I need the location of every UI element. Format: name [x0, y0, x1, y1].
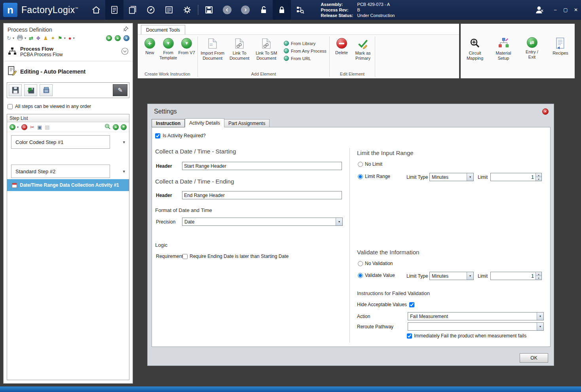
action-select[interactable]: Fail Measurement ▾	[408, 312, 544, 320]
pin-icon[interactable]	[123, 26, 129, 33]
record-icon[interactable]: ●	[115, 35, 121, 41]
lock-icon[interactable]	[273, 0, 291, 20]
from-library-button[interactable]: From Library	[284, 41, 327, 46]
spin-down-icon[interactable]: ▾	[536, 276, 541, 280]
tab-instruction[interactable]: Instruction	[152, 119, 185, 127]
collapse-circle-icon[interactable]	[121, 47, 129, 56]
flag-dropdown-icon[interactable]: ▾	[64, 36, 66, 40]
start-header-input[interactable]	[182, 162, 342, 170]
remove-step-icon[interactable]: –	[21, 124, 27, 130]
badge-icon[interactable]: ❖	[36, 35, 41, 41]
reports-icon[interactable]	[160, 0, 178, 20]
link-to-sm-document-button[interactable]: Link To SM Document	[254, 38, 279, 61]
immediate-fail-checkbox[interactable]	[407, 333, 412, 339]
step-item[interactable]: Standard Step #2	[11, 165, 110, 178]
ok-button[interactable]: OK	[520, 353, 548, 363]
undo-icon[interactable]: ↻	[7, 35, 11, 41]
entry-exit-button[interactable]: ⇄ Entry / Exit	[522, 37, 542, 60]
minimize-button[interactable]: –	[550, 0, 560, 20]
navigator-icon[interactable]	[142, 0, 160, 20]
no-limit-radio[interactable]	[358, 162, 363, 167]
spin-down-icon[interactable]: ▾	[536, 177, 541, 181]
status-icon[interactable]: ●	[68, 35, 72, 41]
add-step-dropdown-icon[interactable]: ▾	[17, 125, 19, 129]
material-setup-button[interactable]: Material Setup	[493, 37, 514, 61]
validate-value-radio[interactable]	[358, 273, 363, 278]
precision-select[interactable]: Date ▾	[182, 218, 343, 226]
spin-up-icon[interactable]: ▴	[536, 173, 541, 177]
end-header-input[interactable]	[182, 191, 342, 199]
logout-user-icon[interactable]	[529, 0, 550, 20]
play-icon[interactable]: ➤	[106, 35, 112, 41]
step-chevron-icon[interactable]: ▾	[123, 169, 125, 174]
hide-values-checkbox[interactable]	[409, 302, 414, 307]
from-url-button[interactable]: From URL	[284, 56, 327, 61]
tab-part-assignments[interactable]: Part Assignments	[224, 119, 270, 127]
material-setup-icon	[497, 37, 509, 49]
user-icon[interactable]: ♟	[44, 35, 48, 41]
close-button[interactable]: ✕	[571, 0, 581, 20]
maximize-button[interactable]: ▢	[560, 0, 571, 20]
spin-up-icon[interactable]: ▴	[536, 272, 541, 276]
process-definition-icon[interactable]	[105, 0, 123, 20]
no-validation-radio[interactable]	[358, 261, 363, 266]
unlock-icon[interactable]	[254, 0, 273, 20]
limit-type-select[interactable]: Minutes ▾	[429, 173, 474, 181]
link-to-document-button[interactable]: Link To Document	[227, 38, 252, 61]
paste-icon[interactable]: ▤	[45, 124, 49, 130]
chevron-down-icon: ▾	[467, 272, 473, 280]
add-step-icon[interactable]: +	[9, 124, 15, 130]
view-order-checkbox[interactable]	[8, 104, 13, 109]
delete-button[interactable]: Delete	[332, 38, 351, 55]
mark-as-primary-button[interactable]: Mark as Primary	[353, 38, 373, 61]
print-dropdown-icon[interactable]: ▾	[25, 36, 26, 40]
pause-icon[interactable]: ‖	[123, 35, 129, 41]
step-chevron-icon[interactable]: ▾	[123, 140, 125, 145]
limit-spinner[interactable]: 1 ▴▾	[490, 173, 542, 181]
search-steps-icon[interactable]	[104, 123, 111, 131]
save-icon[interactable]	[200, 0, 218, 20]
from-template-button[interactable]: ▼ From Template	[159, 38, 177, 61]
import-from-document-button[interactable]: Import From Document	[200, 38, 225, 61]
limit-range-radio[interactable]	[358, 174, 363, 179]
recipes-button[interactable]: Recipes	[550, 37, 571, 56]
tab-document-tools[interactable]: Document Tools	[141, 25, 185, 34]
cut-icon[interactable]: ✂	[30, 124, 34, 130]
activity-required-checkbox[interactable]	[155, 133, 160, 138]
process-flow-item[interactable]: Process Flow PCBA Process Flow	[4, 44, 133, 60]
transfer-icon[interactable]: ⇄	[29, 35, 33, 41]
expand-all-icon[interactable]: ▴	[113, 124, 119, 130]
copy-icon[interactable]: ▣	[37, 124, 42, 130]
tab-activity-details[interactable]: Activity Details	[185, 118, 224, 127]
selected-activity-row[interactable]: Date/Time Range Data Collection Activity…	[7, 179, 129, 191]
award-icon[interactable]: ✦	[51, 35, 55, 41]
new-button[interactable]: + New	[141, 38, 159, 55]
documents-icon[interactable]	[123, 0, 142, 20]
requirement-checkbox[interactable]	[182, 254, 188, 259]
collapse-all-icon[interactable]: ▾	[121, 124, 127, 130]
process-search-icon[interactable]	[291, 0, 309, 20]
step-item[interactable]: Color Coded Step #1	[11, 135, 110, 149]
circuit-mapping-button[interactable]: Circuit Mapping	[465, 37, 485, 61]
print-icon[interactable]	[17, 35, 23, 42]
home-icon[interactable]	[87, 0, 105, 20]
validate-type-select[interactable]: Minutes ▾	[429, 272, 474, 280]
from-any-process-button[interactable]: From Any Process	[284, 48, 327, 53]
edit-step-button[interactable]: ✎	[113, 84, 127, 96]
limit-controls-row: Limit Type Minutes ▾ Limit 1 ▴▾	[406, 173, 542, 181]
from-v7-button[interactable]: ▼ From V7	[178, 38, 196, 55]
back-icon[interactable]	[218, 0, 236, 20]
status-dropdown-icon[interactable]: ▾	[73, 36, 75, 40]
validate-limit-spinner[interactable]: 1 ▴▾	[490, 272, 542, 280]
flag-icon[interactable]: ⚑	[58, 35, 63, 41]
export-button[interactable]	[40, 84, 53, 96]
forward-icon[interactable]	[236, 0, 254, 20]
undo-dropdown-icon[interactable]: ▾	[13, 36, 14, 40]
settings-gear-icon[interactable]	[178, 0, 196, 20]
import-button[interactable]	[24, 84, 37, 96]
reroute-select[interactable]: ▾	[408, 322, 544, 331]
dialog-close-icon[interactable]: ✕	[542, 108, 549, 115]
step-row: Color Coded Step #1 ▾	[7, 135, 129, 149]
save-step-button[interactable]	[9, 84, 22, 96]
limit-range-row: Limit Range	[358, 174, 390, 179]
